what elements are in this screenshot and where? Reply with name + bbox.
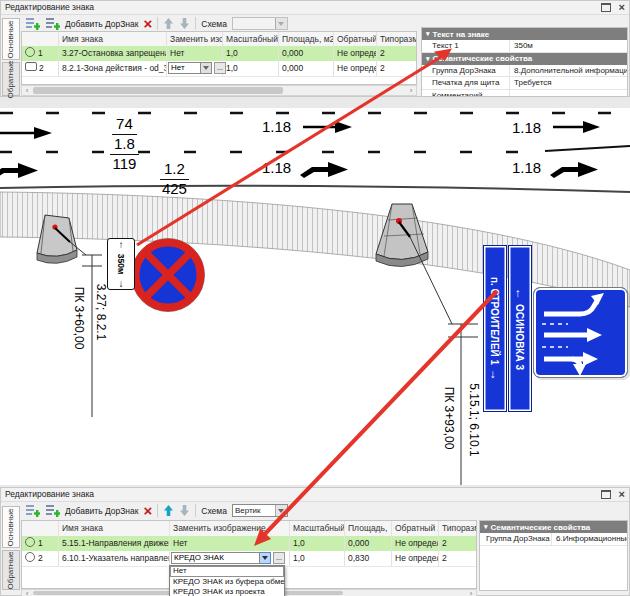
col-replace[interactable]: Заменить изображение — [170, 521, 290, 536]
reverse-cell[interactable]: Не определено — [334, 46, 377, 61]
scroll-left-icon[interactable]: ‹ — [22, 86, 32, 95]
col-name[interactable]: Имя знака — [59, 521, 170, 536]
size-cell[interactable]: 2 — [377, 61, 417, 76]
col-reverse[interactable]: Обратный знак — [334, 32, 377, 46]
browse-button[interactable]: ... — [273, 552, 285, 564]
col-area[interactable]: Площадь, — [345, 521, 392, 536]
guide-sign-bar[interactable]: ←ОСИНОВКА 3 — [508, 245, 532, 412]
h-scrollbar[interactable]: ‹ › — [21, 85, 417, 96]
close-icon[interactable]: × — [619, 489, 625, 499]
lane-directions-sign[interactable] — [533, 287, 628, 378]
browse-button[interactable]: ... — [214, 62, 226, 74]
replace-image-select[interactable]: КРЕДО ЗНАК ... — [171, 552, 285, 564]
close-icon[interactable]: × — [619, 2, 625, 12]
area-cell[interactable]: 0,000 — [345, 536, 392, 551]
tab-reverse[interactable]: Обратные — [2, 62, 20, 96]
pavement-merge-arrow — [0, 163, 38, 179]
chevron-down-icon[interactable] — [260, 552, 271, 564]
col-area[interactable]: Площадь, м2 — [279, 32, 334, 46]
tab-reverse[interactable]: Обратные — [2, 550, 20, 590]
text1-value[interactable]: 350м — [510, 41, 627, 50]
col-replace[interactable]: Заменить изобра — [167, 32, 223, 46]
schema-select[interactable]: Вертик — [232, 504, 288, 517]
reverse-cell[interactable]: Не определено — [392, 551, 439, 566]
replace-image-select[interactable]: Нет ... — [168, 62, 226, 74]
add-dorznak-button[interactable]: Добавить ДорЗнак — [65, 506, 139, 516]
size-cell[interactable]: 2 — [377, 46, 417, 61]
area-cell[interactable]: 0,000 — [279, 46, 334, 61]
sign-name-cell[interactable]: 3.27-Остановка запрещена - od_106 — [59, 46, 167, 61]
col-size[interactable]: Типоразм — [377, 32, 417, 46]
scroll-right-icon[interactable]: › — [406, 86, 416, 95]
up-arrow-icon: ← — [513, 287, 527, 299]
dropdown-option[interactable]: Нет — [170, 566, 284, 577]
move-down-icon[interactable] — [179, 17, 190, 30]
col-scale[interactable]: Масштабный ко — [223, 32, 279, 46]
delete-icon[interactable]: × — [144, 504, 153, 518]
pavement-merge-arrow — [550, 162, 598, 178]
add-sign-icon[interactable] — [25, 16, 40, 31]
add-dorznak-button[interactable]: Добавить ДорЗнак — [65, 19, 139, 29]
scale-cell[interactable]: 1,0 — [223, 61, 279, 76]
chevron-down-icon[interactable] — [201, 62, 212, 74]
dimension-ticks — [448, 324, 478, 337]
move-up-icon[interactable] — [163, 17, 174, 30]
properties-panel-top: ▾Текст на знаке Текст 1350м ▾Семантическ… — [421, 27, 628, 97]
scale-cell[interactable]: 1,0 — [290, 536, 345, 551]
add-sign-alt-icon[interactable] — [45, 16, 60, 31]
dropdown-option[interactable]: КРЕДО ЗНАК из проекта — [170, 587, 284, 596]
up-arrow-icon: ↑ — [119, 240, 124, 249]
properties-panel-bottom: ▾Семантические свойства Группа ДорЗнака6… — [479, 520, 628, 591]
plan-view[interactable]: 74 1.8 119 1.2 425 1.18 1.18 1.18 1.18 ↑… — [0, 108, 630, 485]
panel-title: Редактирование знака — [1, 1, 629, 15]
no-stopping-sign[interactable] — [132, 239, 205, 312]
text-on-sign-header[interactable]: ▾Текст на знаке — [422, 28, 627, 40]
tab-main[interactable]: Основные — [2, 18, 20, 60]
table-row[interactable]: 1 5.15.1-Направления движения по полосам… — [22, 536, 476, 552]
size-cell[interactable]: 2 — [439, 551, 477, 566]
chevron-down-icon — [275, 18, 287, 29]
area-cell[interactable]: 0,000 — [279, 61, 334, 76]
property-row[interactable]: Текст 1350м — [422, 40, 627, 53]
tab-main[interactable]: Основные — [2, 506, 20, 548]
add-sign-icon[interactable] — [25, 503, 40, 518]
scroll-right-icon[interactable]: › — [466, 590, 476, 596]
sign-name-cell[interactable]: 5.15.1-Направления движения по полосам .… — [59, 536, 170, 551]
add-sign-alt-icon[interactable] — [45, 503, 60, 518]
property-row[interactable]: Печатка для щитаТребуется — [422, 77, 627, 90]
delete-icon[interactable]: × — [144, 17, 153, 31]
scale-cell[interactable]: 1,0 — [290, 551, 345, 566]
float-window-icon[interactable] — [601, 3, 611, 12]
semantic-props-header[interactable]: ▾Семантические свойства — [422, 53, 627, 65]
scale-cell[interactable]: 1,0 — [223, 46, 279, 61]
col-scale[interactable]: Масштабный ко — [290, 521, 345, 536]
dropdown-option[interactable]: КРЕДО ЗНАК из буфера обмена — [170, 577, 284, 588]
property-row[interactable]: Группа ДорЗнака8.Дополнительной информац… — [422, 65, 627, 78]
move-up-icon[interactable] — [163, 504, 174, 517]
scroll-thumb[interactable] — [33, 87, 283, 94]
sign-name-cell[interactable]: 8.2.1-Зона действия - od_311 — [59, 61, 167, 76]
col-size[interactable]: Типоразмер — [439, 521, 477, 536]
sign-name-cell[interactable]: 6.10.1-Указатель направлений - od_233 — [59, 551, 170, 566]
reverse-cell[interactable]: Не определено — [392, 536, 439, 551]
col-reverse[interactable]: Обратный зн — [392, 521, 439, 536]
replace-cell[interactable]: Нет — [170, 536, 290, 551]
semantic-props-header[interactable]: ▾Семантические свойства — [480, 521, 627, 533]
schema-select[interactable] — [232, 17, 288, 30]
zone-plate-sign[interactable]: ↑ 350м ↓ — [107, 238, 135, 290]
collapse-icon: ▾ — [426, 55, 430, 63]
property-row[interactable]: Комментарий — [422, 90, 627, 98]
col-name[interactable]: Имя знака — [59, 32, 167, 46]
area-cell[interactable]: 0,830 — [345, 551, 392, 566]
station-label: ПК 3+60,00 — [72, 270, 86, 366]
guide-sign-bar[interactable]: п. СТРОИТЕЛЕЙ 1→ — [483, 245, 507, 412]
property-row[interactable]: Группа ДорЗнака6.Информационные — [480, 533, 627, 546]
table-row[interactable]: 1 3.27-Остановка запрещена - od_106 Нет … — [22, 46, 416, 62]
size-cell[interactable]: 2 — [439, 536, 477, 551]
float-window-icon[interactable] — [601, 490, 611, 499]
reverse-cell[interactable]: Не определено — [334, 61, 377, 76]
replace-cell[interactable]: Нет — [167, 46, 223, 61]
move-down-icon[interactable] — [179, 504, 190, 517]
app-window: Редактирование знака × Основные Обратные… — [0, 0, 630, 596]
scroll-left-icon[interactable]: ‹ — [22, 590, 32, 596]
